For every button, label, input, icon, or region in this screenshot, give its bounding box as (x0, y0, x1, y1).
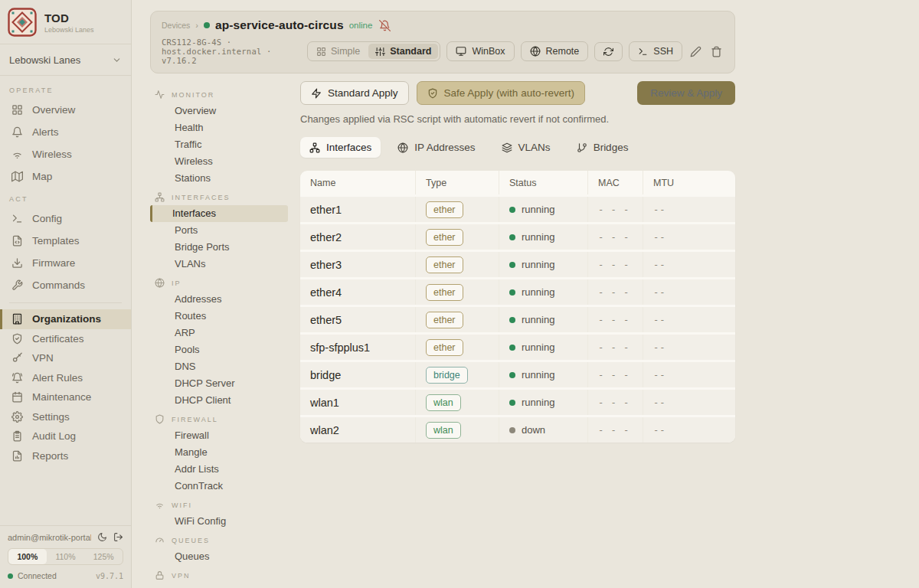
standard-apply-button[interactable]: Standard Apply (300, 81, 409, 105)
table-row[interactable]: wlan1wlanrunning- - --- (300, 387, 735, 415)
workspace-label: Lebowski Lanes (9, 54, 80, 66)
sidebar-item-certificates[interactable]: Certificates (0, 329, 131, 349)
submenu-item-traffic[interactable]: Traffic (150, 136, 288, 153)
submenu-item-pools[interactable]: Pools (150, 341, 288, 358)
sidebar-item-label: Settings (32, 411, 70, 423)
zoom-option-100[interactable]: 100% (8, 549, 47, 564)
table-row[interactable]: ether1etherrunning- - --- (300, 194, 735, 222)
submenu-item-interfaces[interactable]: Interfaces (150, 205, 288, 222)
sidebar-item-alert-rules[interactable]: Alert Rules (0, 368, 131, 388)
table-header-row: NameTypeStatusMACMTU (300, 171, 735, 194)
submenu-item-routes[interactable]: Routes (150, 308, 288, 325)
status-cell: running (499, 335, 587, 360)
gauge-icon (155, 535, 165, 545)
sidebar-item-firmware[interactable]: Firmware (0, 252, 131, 274)
notifications-muted-icon[interactable] (379, 20, 391, 31)
table-row[interactable]: ether3etherrunning- - --- (300, 250, 735, 277)
view-mode-simple[interactable]: Simple (309, 44, 367, 59)
dark-mode-toggle-icon[interactable] (97, 532, 107, 542)
submenu-item-overview[interactable]: Overview (150, 103, 288, 119)
sidebar-item-map[interactable]: Map (0, 165, 131, 188)
submenu-item-dhcp-server[interactable]: DHCP Server (150, 375, 288, 392)
submenu-item-addr-lists[interactable]: Addr Lists (150, 461, 288, 478)
ssh-button[interactable]: SSH (629, 41, 682, 61)
tab-interfaces[interactable]: Interfaces (300, 137, 381, 158)
submenu-item-firewall[interactable]: Firewall (150, 427, 288, 444)
breadcrumb-devices[interactable]: Devices (162, 21, 190, 30)
sidebar-item-label: Firmware (32, 257, 75, 269)
submenu-item-wireless[interactable]: Wireless (150, 153, 288, 170)
sidebar-item-settings[interactable]: Settings (0, 407, 131, 427)
calendar-icon (11, 391, 23, 403)
submenu-item-mangle[interactable]: Mangle (150, 444, 288, 461)
apply-description: Changes applied via RSC script with auto… (300, 113, 735, 125)
submenu-item-wifi-config[interactable]: WiFi Config (150, 513, 288, 530)
logout-icon[interactable] (113, 532, 123, 542)
review-apply-button[interactable]: Review & Apply (637, 81, 735, 105)
sidebar-item-label: Wireless (32, 149, 72, 160)
sidebar-item-wireless[interactable]: Wireless (0, 143, 131, 165)
tab-ip-addresses[interactable]: IP Addresses (388, 137, 484, 158)
tab-bridges[interactable]: Bridges (567, 137, 638, 158)
status-cell: running (499, 279, 587, 305)
submenu-item-conntrack[interactable]: ConnTrack (150, 478, 288, 495)
sidebar-item-templates[interactable]: Templates (0, 230, 131, 252)
table-row[interactable]: sfp-sfpplus1etherrunning- - --- (300, 332, 735, 360)
zoom-option-110[interactable]: 110% (47, 549, 85, 564)
submenu-item-dns[interactable]: DNS (150, 358, 288, 375)
safe-apply-button[interactable]: Safe Apply (with auto-revert) (417, 81, 585, 105)
sidebar-item-reports[interactable]: Reports (0, 446, 131, 466)
tab-vlans[interactable]: VLANs (492, 137, 560, 158)
submenu-item-ports[interactable]: Ports (150, 222, 288, 239)
status-dot (509, 317, 515, 323)
winbox-button[interactable]: WinBox (446, 41, 514, 61)
sidebar-item-vpn[interactable]: VPN (0, 348, 131, 368)
submenu-item-dhcp-client[interactable]: DHCP Client (150, 392, 288, 409)
sidebar-item-label: Certificates (32, 333, 84, 345)
sidebar-item-organizations[interactable]: Organizations (0, 309, 131, 329)
mtu-cell: -- (643, 362, 735, 387)
submenu-item-health[interactable]: Health (150, 119, 288, 136)
status-cell: running (499, 224, 587, 250)
submenu-item-queues[interactable]: Queues (150, 548, 288, 565)
edit-device-icon[interactable] (688, 44, 703, 59)
submenu-item-arp[interactable]: ARP (150, 325, 288, 341)
table-body: ether1etherrunning- - ---ether2etherrunn… (300, 194, 735, 443)
table-row[interactable]: bridgebridgerunning- - --- (300, 360, 735, 387)
mac-cell: - - - (587, 252, 643, 277)
status-dot (509, 262, 515, 268)
mtu-cell: -- (643, 224, 735, 250)
sidebar-item-label: Maintenance (32, 391, 91, 403)
map-icon (11, 171, 23, 182)
submenu-item-addresses[interactable]: Addresses (150, 291, 288, 308)
sidebar-item-overview[interactable]: Overview (0, 99, 131, 121)
sidebar-item-alerts[interactable]: Alerts (0, 121, 131, 143)
sidebar-item-maintenance[interactable]: Maintenance (0, 387, 131, 407)
type-badge: ether (426, 339, 463, 356)
table-row[interactable]: ether4etherrunning- - --- (300, 277, 735, 305)
submenu-item-vlans[interactable]: VLANs (150, 256, 288, 273)
table-row[interactable]: ether5etherrunning- - --- (300, 305, 735, 332)
interface-name: sfp-sfpplus1 (300, 341, 415, 354)
globe-icon (530, 46, 541, 57)
view-mode-standard[interactable]: Standard (368, 44, 438, 59)
sidebar-item-commands[interactable]: Commands (0, 274, 131, 296)
submenu-item-ppp[interactable]: PPP (150, 583, 288, 588)
delete-device-icon[interactable] (709, 44, 724, 59)
zoom-option-125[interactable]: 125% (84, 549, 123, 564)
table-row[interactable]: ether2etherrunning- - --- (300, 222, 735, 250)
status-dot (509, 207, 515, 213)
remote-button[interactable]: Remote (521, 41, 589, 61)
sidebar-item-audit-log[interactable]: Audit Log (0, 426, 131, 446)
status-dot (509, 345, 515, 351)
submenu-item-bridge-ports[interactable]: Bridge Ports (150, 239, 288, 256)
workspace-selector[interactable]: Lebowski Lanes (0, 51, 131, 69)
mtu-cell: -- (643, 279, 735, 305)
sidebar-item-config[interactable]: Config (0, 207, 131, 230)
interface-name: wlan2 (300, 424, 415, 436)
mac-cell: - - - (587, 390, 643, 415)
mtu-cell: -- (643, 252, 735, 277)
submenu-item-stations[interactable]: Stations (150, 170, 288, 187)
table-row[interactable]: wlan2wlandown- - --- (300, 415, 735, 443)
refresh-button[interactable] (594, 42, 623, 61)
